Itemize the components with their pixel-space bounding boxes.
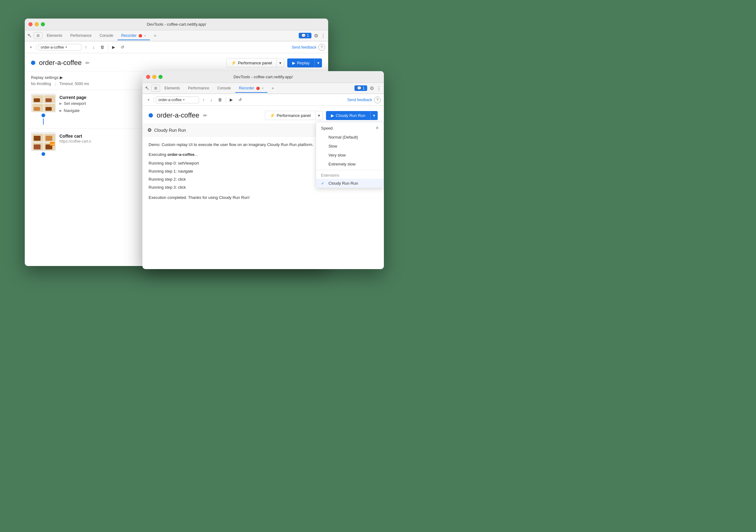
tab-close-front[interactable]: ×	[262, 87, 264, 90]
send-feedback-link-front[interactable]: Send feedback	[347, 98, 372, 102]
action-buttons-front: ⚡ Performance panel ▾ ▶ Cloudy Run Run ▾	[265, 111, 378, 120]
recorder-toolbar-front: + order-a-coffee ▾ ↑ ↓ 🗑 ▶ ↺ Send feedba…	[142, 94, 384, 106]
extensions-label: Extensions	[316, 171, 384, 179]
help-btn-back[interactable]: ?	[318, 44, 325, 51]
tab-console-front[interactable]: Console	[214, 84, 235, 92]
plugin-name-label: Cloudy Run Run	[154, 128, 186, 133]
window-title-front: DevTools - coffee-cart.netlify.app/	[233, 75, 293, 79]
undo-btn-front[interactable]: ↺	[236, 96, 244, 103]
recording-header-back: order-a-coffee ✏ ⚡ Performance panel ▾ ▶…	[25, 53, 328, 71]
tab-more-front[interactable]: »	[268, 84, 278, 92]
step-thumb-2: CART	[31, 132, 56, 151]
dropdown-divider	[316, 170, 384, 170]
close-button-back[interactable]	[28, 22, 33, 26]
minimize-button-front[interactable]	[152, 75, 156, 79]
add-recording-btn-back[interactable]: +	[28, 44, 34, 51]
step-visual-2: CART	[31, 132, 56, 157]
title-bar-back: DevTools - coffee-cart.netlify.app/	[25, 18, 328, 30]
export-btn-front[interactable]: ↑	[201, 96, 207, 103]
tab-more-back[interactable]: »	[150, 32, 160, 39]
fullscreen-button-back[interactable]	[41, 22, 45, 26]
speed-extremely-slow[interactable]: Extremely slow	[316, 160, 384, 168]
send-feedback-link-back[interactable]: Send feedback	[292, 45, 316, 49]
svg-rect-8	[45, 107, 52, 111]
tab-performance-front[interactable]: Performance	[184, 84, 213, 92]
step-visual-1	[31, 94, 56, 125]
replay-btn-back[interactable]: ▶ Replay	[287, 59, 314, 67]
speed-dropdown: Speed × Normal (Default) Slow Very slow …	[316, 122, 384, 188]
tab-recorder-front[interactable]: Recorder 🔴 ×	[235, 84, 267, 93]
perf-panel-dropdown-back[interactable]: ▾	[277, 59, 284, 67]
dropdown-header: Speed ×	[316, 122, 384, 133]
svg-rect-15	[45, 136, 52, 141]
tab-bar-front: ↖ ⊞ Elements Performance Console Recorde…	[142, 83, 384, 94]
close-button-front[interactable]	[146, 75, 150, 79]
perf-panel-dropdown-front[interactable]: ▾	[315, 111, 323, 120]
delete-btn-front[interactable]: 🗑	[216, 96, 224, 103]
chat-badge-front[interactable]: 💬 1	[355, 85, 367, 91]
speed-slow[interactable]: Slow	[316, 142, 384, 151]
delete-btn-back[interactable]: 🗑	[98, 44, 106, 51]
speed-very-slow[interactable]: Very slow	[316, 151, 384, 160]
responsive-icon-front[interactable]: ⊞	[151, 85, 160, 91]
settings-icon-front[interactable]: ⚙	[370, 85, 374, 91]
play-btn-back[interactable]: ▶	[110, 44, 117, 51]
divider2-front	[226, 97, 226, 103]
recording-name-box-front[interactable]: order-a-coffee ▾	[156, 96, 199, 103]
tab-close-back[interactable]: ×	[144, 34, 146, 38]
extension-cloudy-run-run[interactable]: ✓ Cloudy Run Run	[316, 179, 384, 188]
step-thumb-1	[31, 94, 56, 112]
traffic-lights-front	[146, 75, 163, 79]
check-cloudy: ✓	[321, 181, 326, 186]
settings-icon-back[interactable]: ⚙	[314, 33, 318, 39]
speed-normal[interactable]: Normal (Default)	[316, 133, 384, 142]
svg-rect-6	[45, 98, 52, 102]
import-btn-back[interactable]: ↓	[91, 44, 96, 51]
import-btn-front[interactable]: ↓	[208, 96, 214, 103]
cloudy-run-run-btn[interactable]: ▶ Cloudy Run Run	[326, 111, 370, 120]
title-bar-front: DevTools - coffee-cart.netlify.app/	[142, 71, 384, 83]
edit-icon-back[interactable]: ✏	[85, 60, 90, 66]
more-icon-front[interactable]: ⋮	[376, 85, 381, 91]
edit-icon-front[interactable]: ✏	[203, 113, 207, 118]
recording-indicator-back	[31, 61, 35, 65]
tab-elements-front[interactable]: Elements	[161, 84, 184, 92]
svg-rect-5	[34, 98, 40, 102]
undo-btn-back[interactable]: ↺	[119, 44, 126, 51]
divider1-back	[36, 44, 36, 50]
tab-recorder-back[interactable]: Recorder 🔴 ×	[118, 32, 150, 40]
tab-console-back[interactable]: Console	[96, 32, 117, 39]
dropdown-close-icon[interactable]: ×	[376, 125, 379, 131]
action-buttons-back: ⚡ Performance panel ▾ ▶ Replay ▾	[226, 58, 322, 67]
line-1	[43, 118, 44, 125]
tab-performance-back[interactable]: Performance	[67, 32, 95, 39]
svg-text:CART: CART	[50, 143, 56, 145]
cloudy-run-run-dropdown-btn[interactable]: ▾	[370, 111, 378, 120]
add-recording-btn-front[interactable]: +	[146, 96, 152, 103]
tab-elements-back[interactable]: Elements	[43, 32, 66, 39]
divider1-front	[153, 97, 154, 103]
export-btn-back[interactable]: ↑	[83, 44, 89, 51]
more-icon-back[interactable]: ⋮	[321, 33, 326, 39]
chat-badge-back[interactable]: 💬 1	[299, 33, 311, 38]
recorder-toolbar-back: + order-a-coffee ▾ ↑ ↓ 🗑 ▶ ↺ Send feedba…	[25, 41, 328, 53]
dot-2	[41, 152, 45, 156]
svg-rect-14	[34, 136, 40, 141]
perf-panel-btn-back[interactable]: ⚡ Performance panel	[226, 58, 277, 67]
minimize-button-back[interactable]	[35, 22, 39, 26]
play-btn-front[interactable]: ▶	[228, 96, 235, 103]
devtools-window-front: DevTools - coffee-cart.netlify.app/ ↖ ⊞ …	[142, 71, 384, 269]
replay-dropdown-back[interactable]: ▾	[314, 59, 322, 67]
recording-name-box-back[interactable]: order-a-coffee ▾	[38, 44, 81, 51]
recorder-icon-back: 🔴	[138, 34, 142, 38]
recording-title-front: order-a-coffee	[157, 111, 199, 119]
perf-icon-back: ⚡	[231, 60, 236, 65]
completed-text: Execution completed. Thanks for using Cl…	[148, 194, 378, 201]
cursor-icon-back: ↖	[27, 32, 33, 39]
dot-1	[41, 114, 45, 117]
fullscreen-button-front[interactable]	[158, 75, 163, 79]
help-btn-front[interactable]: ?	[374, 96, 381, 103]
responsive-icon-back[interactable]: ⊞	[34, 32, 42, 39]
toolbar-right-back: 💬 1 ⚙ ⋮	[299, 33, 326, 39]
perf-panel-btn-front[interactable]: ⚡ Performance panel	[265, 111, 315, 120]
